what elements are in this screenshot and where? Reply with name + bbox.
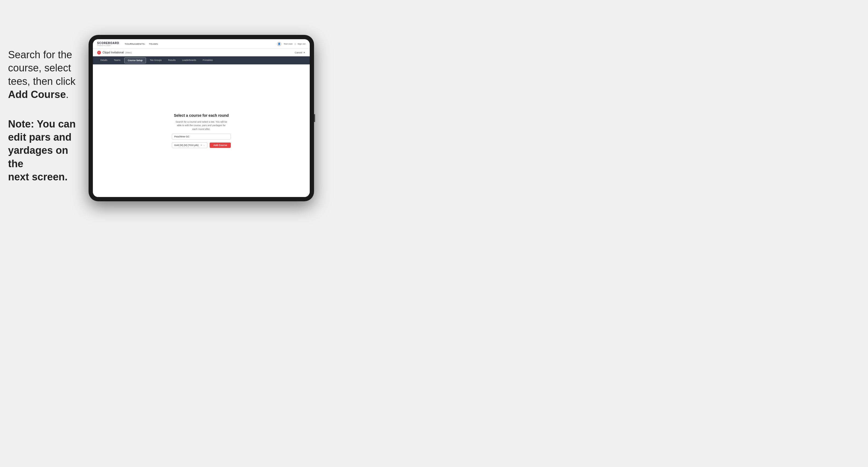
logo-sub: Powered by clippd xyxy=(97,44,119,46)
avatar-icon: 👤 xyxy=(278,43,280,45)
note-line1: Note: You can xyxy=(8,118,86,131)
tablet-device: SCOREBOARD Powered by clippd TOURNAMENTS… xyxy=(89,35,314,201)
tournament-gender: (Men) xyxy=(125,51,132,54)
nav-links: TOURNAMENTS TEAMS xyxy=(125,43,158,45)
tournament-icon: C xyxy=(97,51,101,55)
annotation-line3: tees, then click xyxy=(8,76,75,87)
tab-results[interactable]: Results xyxy=(165,56,179,64)
add-course-button[interactable]: Add Course xyxy=(210,143,231,148)
tab-course-setup[interactable]: Course Setup xyxy=(124,57,146,63)
logo: SCOREBOARD Powered by clippd xyxy=(97,42,119,46)
nav-tournaments[interactable]: TOURNAMENTS xyxy=(125,43,145,45)
tee-dropdown[interactable]: Gold (M) (M) (7010 yds) ✕ ⌄ xyxy=(172,142,208,148)
annotation-line1: Search for the xyxy=(8,49,72,60)
tab-leaderboards[interactable]: Leaderboards xyxy=(179,56,199,64)
user-avatar: 👤 xyxy=(277,41,282,46)
logo-main: SCOREBOARD xyxy=(97,42,119,44)
nav-left: SCOREBOARD Powered by clippd TOURNAMENTS… xyxy=(97,42,158,46)
tournament-name: Clippd Invitational xyxy=(102,51,124,54)
note-line3: yardages on the xyxy=(8,144,86,170)
note-line4: next screen. xyxy=(8,170,86,184)
course-search-input[interactable] xyxy=(172,134,231,139)
tablet-screen: SCOREBOARD Powered by clippd TOURNAMENTS… xyxy=(93,39,310,197)
note-line2: edit pars and xyxy=(8,131,86,144)
tee-value: Gold (M) (M) (7010 yds) xyxy=(174,144,198,147)
panel-title: Select a course for each round xyxy=(174,113,229,118)
tab-teams[interactable]: Teams xyxy=(111,56,124,64)
side-button xyxy=(314,114,315,122)
annotation-period: . xyxy=(66,89,69,100)
nav-teams[interactable]: TEAMS xyxy=(149,43,158,45)
annotation-bold: Add Course xyxy=(8,89,66,100)
clear-icon[interactable]: ✕ xyxy=(200,144,203,147)
annotation-panel: Search for the course, select tees, then… xyxy=(8,48,86,184)
top-navbar: SCOREBOARD Powered by clippd TOURNAMENTS… xyxy=(93,39,310,49)
tab-tee-groups[interactable]: Tee Groups xyxy=(147,56,165,64)
tee-select-controls: ✕ ⌄ xyxy=(200,144,205,147)
chevron-icon[interactable]: ⌄ xyxy=(203,144,205,147)
panel-description: Search for a course and select a tee. Yo… xyxy=(175,120,228,131)
tournament-header: C Clippd Invitational (Men) Cancel ✕ xyxy=(93,49,310,56)
nav-separator: | xyxy=(295,43,296,45)
tournament-title-row: C Clippd Invitational (Men) xyxy=(97,51,131,55)
nav-right: 👤 Test User | Sign out xyxy=(277,41,305,46)
main-content: Select a course for each round Search fo… xyxy=(93,64,310,197)
tab-details[interactable]: Details xyxy=(97,56,111,64)
sub-navbar: Details Teams Course Setup Tee Groups Re… xyxy=(93,56,310,64)
cancel-icon: ✕ xyxy=(303,51,305,54)
signout-link[interactable]: Sign out xyxy=(298,43,305,45)
cancel-button[interactable]: Cancel ✕ xyxy=(295,51,305,54)
tee-select-row: Gold (M) (M) (7010 yds) ✕ ⌄ Add Course xyxy=(172,142,231,148)
annotation-line2: course, select xyxy=(8,62,71,73)
cancel-label: Cancel xyxy=(295,51,302,54)
user-label: Test User xyxy=(284,43,293,45)
course-setup-panel: Select a course for each round Search fo… xyxy=(156,113,247,148)
tab-printables[interactable]: Printables xyxy=(199,56,216,64)
